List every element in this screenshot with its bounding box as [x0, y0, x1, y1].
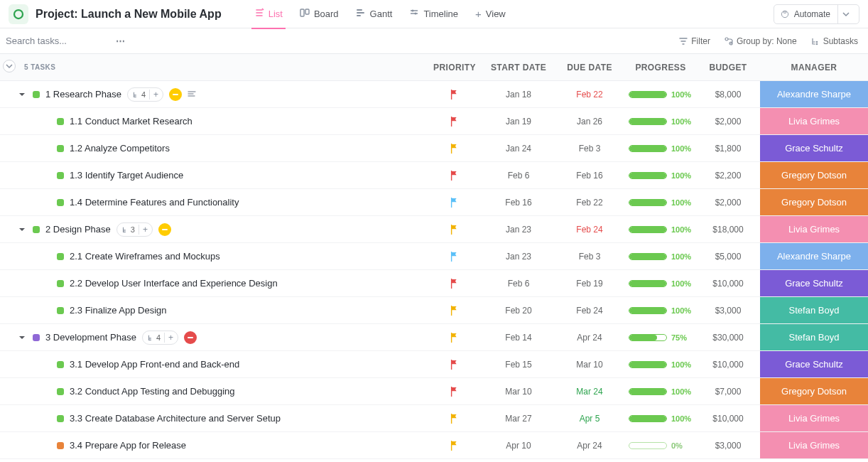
manager-cell[interactable]: Grace Schultz: [760, 351, 868, 377]
task-name[interactable]: 3.2 Conduct App Testing and Debugging: [70, 386, 235, 397]
start-date-cell[interactable]: Feb 14: [483, 333, 554, 343]
space-icon[interactable]: [9, 4, 28, 24]
task-name[interactable]: 3.4 Prepare App for Release: [70, 440, 186, 451]
add-subtask-icon[interactable]: +: [149, 90, 158, 100]
due-date-cell[interactable]: Feb 22: [554, 198, 625, 208]
progress-cell[interactable]: 0%: [625, 441, 696, 450]
manager-cell[interactable]: Livia Grimes: [760, 216, 868, 242]
start-date-cell[interactable]: Feb 16: [483, 198, 554, 208]
task-name[interactable]: 1 Research Phase: [45, 89, 121, 100]
start-date-cell[interactable]: Jan 24: [483, 144, 554, 154]
task-name[interactable]: 1.2 Analyze Competitors: [70, 143, 170, 154]
start-date-cell[interactable]: Jan 23: [483, 252, 554, 262]
add-subtask-icon[interactable]: +: [164, 333, 173, 343]
budget-cell[interactable]: $2,000: [696, 198, 760, 208]
budget-cell[interactable]: $30,000: [696, 333, 760, 343]
progress-cell[interactable]: 100%: [625, 90, 696, 99]
priority-cell[interactable]: [426, 143, 483, 154]
priority-cell[interactable]: [426, 278, 483, 289]
table-row[interactable]: 1.1 Conduct Market ResearchJan 19Jan 261…: [0, 108, 868, 135]
project-title[interactable]: Project: Launch a New Mobile App: [36, 8, 222, 21]
task-name[interactable]: 1.3 Identify Target Audience: [70, 170, 183, 181]
state-dot[interactable]: [169, 88, 182, 101]
manager-cell[interactable]: Stefan Boyd: [760, 297, 868, 323]
status-square[interactable]: [57, 253, 64, 260]
due-date-cell[interactable]: Mar 24: [554, 387, 625, 397]
start-date-cell[interactable]: Feb 6: [483, 279, 554, 289]
state-dot[interactable]: [184, 331, 197, 344]
status-square[interactable]: [33, 91, 40, 98]
priority-cell[interactable]: [426, 305, 483, 316]
more-menu-button[interactable]: ⋯: [111, 34, 131, 48]
budget-cell[interactable]: $2,000: [696, 117, 760, 127]
table-row[interactable]: 3 Development Phase4+Feb 14Apr 2475%$30,…: [0, 324, 868, 351]
manager-cell[interactable]: Grace Schultz: [760, 270, 868, 296]
start-date-cell[interactable]: Feb 20: [483, 306, 554, 316]
task-name[interactable]: 3 Development Phase: [45, 332, 136, 343]
progress-cell[interactable]: 100%: [625, 198, 696, 207]
progress-cell[interactable]: 75%: [625, 333, 696, 342]
chevron-down-icon[interactable]: [837, 4, 853, 24]
priority-cell[interactable]: [426, 440, 483, 451]
progress-cell[interactable]: 100%: [625, 117, 696, 126]
due-date-cell[interactable]: Apr 24: [554, 333, 625, 343]
due-date-cell[interactable]: Feb 19: [554, 279, 625, 289]
table-row[interactable]: 1 Research Phase4+Jan 18Feb 22100%$8,000…: [0, 81, 868, 108]
start-date-cell[interactable]: Feb 15: [483, 360, 554, 370]
search-input[interactable]: [6, 31, 105, 51]
due-date-cell[interactable]: Feb 24: [554, 225, 625, 235]
subtask-count-badge[interactable]: 4+: [142, 331, 178, 345]
manager-cell[interactable]: Gregory Dotson: [760, 162, 868, 188]
start-date-cell[interactable]: Jan 19: [483, 117, 554, 127]
progress-cell[interactable]: 100%: [625, 414, 696, 423]
view-tab-timeline[interactable]: Timeline: [401, 0, 467, 28]
table-row[interactable]: 1.3 Identify Target AudienceFeb 6Feb 161…: [0, 162, 868, 189]
manager-cell[interactable]: Alexandre Sharpe: [760, 81, 868, 107]
table-row[interactable]: 2 Design Phase3+Jan 23Feb 24100%$18,000L…: [0, 216, 868, 243]
progress-cell[interactable]: 100%: [625, 225, 696, 234]
start-date-cell[interactable]: Feb 6: [483, 171, 554, 181]
budget-cell[interactable]: $8,000: [696, 90, 760, 100]
budget-cell[interactable]: $7,000: [696, 387, 760, 397]
table-row[interactable]: 1.4 Determine Features and Functionality…: [0, 189, 868, 216]
priority-cell[interactable]: [426, 197, 483, 208]
view-tab-list[interactable]: List: [246, 0, 291, 28]
automate-button[interactable]: Automate: [774, 4, 859, 24]
priority-cell[interactable]: [426, 332, 483, 343]
view-tab-gantt[interactable]: Gantt: [347, 0, 401, 28]
budget-cell[interactable]: $10,000: [696, 360, 760, 370]
col-progress[interactable]: PROGRESS: [625, 63, 696, 72]
groupby-button[interactable]: Group by: None: [720, 33, 801, 50]
due-date-cell[interactable]: Apr 24: [554, 441, 625, 451]
due-date-cell[interactable]: Jan 26: [554, 117, 625, 127]
col-startdate[interactable]: START DATE: [483, 63, 554, 72]
task-name[interactable]: 1.1 Conduct Market Research: [70, 116, 192, 127]
collapse-all-button[interactable]: [3, 60, 16, 72]
budget-cell[interactable]: $18,000: [696, 225, 760, 235]
priority-cell[interactable]: [426, 413, 483, 424]
budget-cell[interactable]: $5,000: [696, 252, 760, 262]
due-date-cell[interactable]: Feb 22: [554, 90, 625, 100]
due-date-cell[interactable]: Feb 16: [554, 171, 625, 181]
start-date-cell[interactable]: Apr 10: [483, 441, 554, 451]
manager-cell[interactable]: Alexandre Sharpe: [760, 243, 868, 269]
priority-cell[interactable]: [426, 224, 483, 235]
table-row[interactable]: 3.3 Create Database Architecture and Ser…: [0, 405, 868, 432]
table-row[interactable]: 3.1 Develop App Front-end and Back-endFe…: [0, 351, 868, 378]
start-date-cell[interactable]: Jan 23: [483, 225, 554, 235]
budget-cell[interactable]: $3,000: [696, 306, 760, 316]
table-row[interactable]: 3.2 Conduct App Testing and DebuggingMar…: [0, 378, 868, 405]
state-dot[interactable]: [158, 223, 171, 236]
budget-cell[interactable]: $1,800: [696, 144, 760, 154]
due-date-cell[interactable]: Feb 24: [554, 306, 625, 316]
add-view-button[interactable]: +View: [467, 0, 514, 28]
due-date-cell[interactable]: Feb 3: [554, 144, 625, 154]
status-square[interactable]: [57, 307, 64, 314]
progress-cell[interactable]: 100%: [625, 144, 696, 153]
subtask-count-badge[interactable]: 3+: [116, 222, 153, 237]
progress-cell[interactable]: 100%: [625, 279, 696, 288]
manager-cell[interactable]: Stefan Boyd: [760, 324, 868, 350]
status-square[interactable]: [57, 145, 64, 152]
expand-caret[interactable]: [17, 226, 27, 233]
filter-button[interactable]: Filter: [675, 33, 715, 50]
